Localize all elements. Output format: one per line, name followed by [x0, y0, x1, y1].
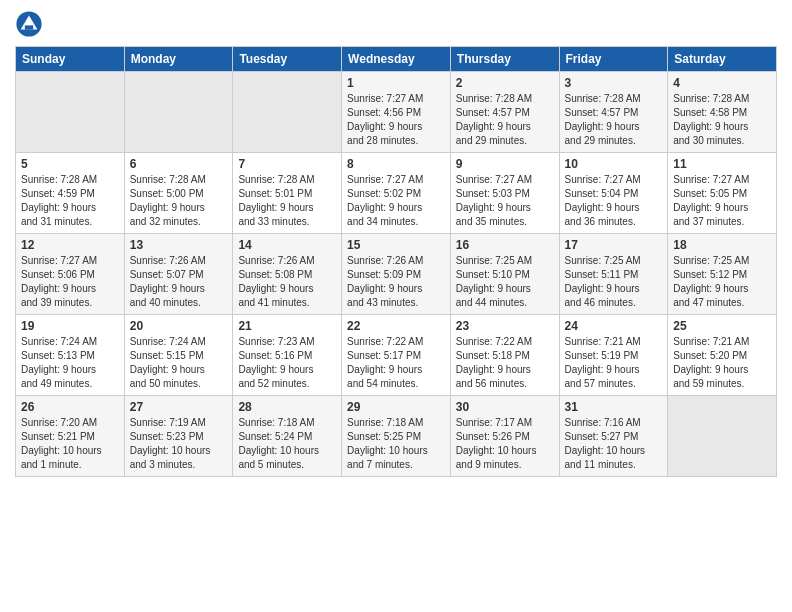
day-info: Sunrise: 7:27 AM Sunset: 5:05 PM Dayligh… [673, 173, 771, 229]
day-number: 20 [130, 319, 228, 333]
logo [15, 10, 47, 38]
day-number: 22 [347, 319, 445, 333]
calendar-cell: 5Sunrise: 7:28 AM Sunset: 4:59 PM Daylig… [16, 153, 125, 234]
calendar-cell: 27Sunrise: 7:19 AM Sunset: 5:23 PM Dayli… [124, 396, 233, 477]
calendar-cell: 1Sunrise: 7:27 AM Sunset: 4:56 PM Daylig… [342, 72, 451, 153]
calendar-cell: 9Sunrise: 7:27 AM Sunset: 5:03 PM Daylig… [450, 153, 559, 234]
day-info: Sunrise: 7:24 AM Sunset: 5:13 PM Dayligh… [21, 335, 119, 391]
calendar-header-row: SundayMondayTuesdayWednesdayThursdayFrid… [16, 47, 777, 72]
day-header-thursday: Thursday [450, 47, 559, 72]
day-info: Sunrise: 7:21 AM Sunset: 5:19 PM Dayligh… [565, 335, 663, 391]
calendar-table: SundayMondayTuesdayWednesdayThursdayFrid… [15, 46, 777, 477]
day-number: 21 [238, 319, 336, 333]
calendar-cell: 19Sunrise: 7:24 AM Sunset: 5:13 PM Dayli… [16, 315, 125, 396]
day-number: 11 [673, 157, 771, 171]
calendar-cell: 2Sunrise: 7:28 AM Sunset: 4:57 PM Daylig… [450, 72, 559, 153]
day-number: 28 [238, 400, 336, 414]
day-info: Sunrise: 7:28 AM Sunset: 4:57 PM Dayligh… [456, 92, 554, 148]
calendar-week-5: 26Sunrise: 7:20 AM Sunset: 5:21 PM Dayli… [16, 396, 777, 477]
day-info: Sunrise: 7:27 AM Sunset: 5:02 PM Dayligh… [347, 173, 445, 229]
calendar-cell [16, 72, 125, 153]
calendar-cell [233, 72, 342, 153]
day-info: Sunrise: 7:26 AM Sunset: 5:07 PM Dayligh… [130, 254, 228, 310]
calendar-cell: 31Sunrise: 7:16 AM Sunset: 5:27 PM Dayli… [559, 396, 668, 477]
calendar-cell: 3Sunrise: 7:28 AM Sunset: 4:57 PM Daylig… [559, 72, 668, 153]
day-number: 10 [565, 157, 663, 171]
calendar-cell: 4Sunrise: 7:28 AM Sunset: 4:58 PM Daylig… [668, 72, 777, 153]
day-number: 26 [21, 400, 119, 414]
calendar-cell: 10Sunrise: 7:27 AM Sunset: 5:04 PM Dayli… [559, 153, 668, 234]
calendar-cell: 20Sunrise: 7:24 AM Sunset: 5:15 PM Dayli… [124, 315, 233, 396]
day-info: Sunrise: 7:27 AM Sunset: 5:03 PM Dayligh… [456, 173, 554, 229]
day-number: 27 [130, 400, 228, 414]
day-header-friday: Friday [559, 47, 668, 72]
day-info: Sunrise: 7:28 AM Sunset: 4:59 PM Dayligh… [21, 173, 119, 229]
day-number: 29 [347, 400, 445, 414]
day-info: Sunrise: 7:17 AM Sunset: 5:26 PM Dayligh… [456, 416, 554, 472]
svg-rect-2 [25, 25, 33, 29]
calendar-cell: 11Sunrise: 7:27 AM Sunset: 5:05 PM Dayli… [668, 153, 777, 234]
day-info: Sunrise: 7:20 AM Sunset: 5:21 PM Dayligh… [21, 416, 119, 472]
day-info: Sunrise: 7:27 AM Sunset: 5:04 PM Dayligh… [565, 173, 663, 229]
day-number: 25 [673, 319, 771, 333]
day-info: Sunrise: 7:22 AM Sunset: 5:18 PM Dayligh… [456, 335, 554, 391]
calendar-cell: 8Sunrise: 7:27 AM Sunset: 5:02 PM Daylig… [342, 153, 451, 234]
day-number: 5 [21, 157, 119, 171]
page-container: SundayMondayTuesdayWednesdayThursdayFrid… [0, 0, 792, 612]
day-info: Sunrise: 7:19 AM Sunset: 5:23 PM Dayligh… [130, 416, 228, 472]
calendar-week-4: 19Sunrise: 7:24 AM Sunset: 5:13 PM Dayli… [16, 315, 777, 396]
day-info: Sunrise: 7:28 AM Sunset: 4:58 PM Dayligh… [673, 92, 771, 148]
calendar-cell: 17Sunrise: 7:25 AM Sunset: 5:11 PM Dayli… [559, 234, 668, 315]
calendar-cell: 29Sunrise: 7:18 AM Sunset: 5:25 PM Dayli… [342, 396, 451, 477]
day-info: Sunrise: 7:25 AM Sunset: 5:11 PM Dayligh… [565, 254, 663, 310]
day-number: 2 [456, 76, 554, 90]
calendar-cell: 25Sunrise: 7:21 AM Sunset: 5:20 PM Dayli… [668, 315, 777, 396]
calendar-cell: 30Sunrise: 7:17 AM Sunset: 5:26 PM Dayli… [450, 396, 559, 477]
day-info: Sunrise: 7:16 AM Sunset: 5:27 PM Dayligh… [565, 416, 663, 472]
calendar-cell: 28Sunrise: 7:18 AM Sunset: 5:24 PM Dayli… [233, 396, 342, 477]
calendar-cell [668, 396, 777, 477]
day-info: Sunrise: 7:28 AM Sunset: 4:57 PM Dayligh… [565, 92, 663, 148]
day-number: 16 [456, 238, 554, 252]
day-info: Sunrise: 7:27 AM Sunset: 5:06 PM Dayligh… [21, 254, 119, 310]
calendar-cell: 13Sunrise: 7:26 AM Sunset: 5:07 PM Dayli… [124, 234, 233, 315]
calendar-cell: 6Sunrise: 7:28 AM Sunset: 5:00 PM Daylig… [124, 153, 233, 234]
day-header-sunday: Sunday [16, 47, 125, 72]
calendar-week-2: 5Sunrise: 7:28 AM Sunset: 4:59 PM Daylig… [16, 153, 777, 234]
day-info: Sunrise: 7:18 AM Sunset: 5:24 PM Dayligh… [238, 416, 336, 472]
day-number: 1 [347, 76, 445, 90]
day-info: Sunrise: 7:21 AM Sunset: 5:20 PM Dayligh… [673, 335, 771, 391]
day-info: Sunrise: 7:26 AM Sunset: 5:09 PM Dayligh… [347, 254, 445, 310]
day-info: Sunrise: 7:25 AM Sunset: 5:10 PM Dayligh… [456, 254, 554, 310]
calendar-week-1: 1Sunrise: 7:27 AM Sunset: 4:56 PM Daylig… [16, 72, 777, 153]
day-number: 17 [565, 238, 663, 252]
day-number: 4 [673, 76, 771, 90]
day-info: Sunrise: 7:23 AM Sunset: 5:16 PM Dayligh… [238, 335, 336, 391]
day-info: Sunrise: 7:26 AM Sunset: 5:08 PM Dayligh… [238, 254, 336, 310]
calendar-week-3: 12Sunrise: 7:27 AM Sunset: 5:06 PM Dayli… [16, 234, 777, 315]
day-number: 24 [565, 319, 663, 333]
day-info: Sunrise: 7:25 AM Sunset: 5:12 PM Dayligh… [673, 254, 771, 310]
day-info: Sunrise: 7:28 AM Sunset: 5:00 PM Dayligh… [130, 173, 228, 229]
day-info: Sunrise: 7:22 AM Sunset: 5:17 PM Dayligh… [347, 335, 445, 391]
day-number: 15 [347, 238, 445, 252]
calendar-cell: 14Sunrise: 7:26 AM Sunset: 5:08 PM Dayli… [233, 234, 342, 315]
day-header-monday: Monday [124, 47, 233, 72]
calendar-cell [124, 72, 233, 153]
calendar-cell: 7Sunrise: 7:28 AM Sunset: 5:01 PM Daylig… [233, 153, 342, 234]
day-number: 13 [130, 238, 228, 252]
day-info: Sunrise: 7:18 AM Sunset: 5:25 PM Dayligh… [347, 416, 445, 472]
calendar-cell: 21Sunrise: 7:23 AM Sunset: 5:16 PM Dayli… [233, 315, 342, 396]
calendar-cell: 26Sunrise: 7:20 AM Sunset: 5:21 PM Dayli… [16, 396, 125, 477]
day-header-wednesday: Wednesday [342, 47, 451, 72]
day-number: 14 [238, 238, 336, 252]
day-number: 8 [347, 157, 445, 171]
day-number: 30 [456, 400, 554, 414]
calendar-cell: 22Sunrise: 7:22 AM Sunset: 5:17 PM Dayli… [342, 315, 451, 396]
calendar-cell: 24Sunrise: 7:21 AM Sunset: 5:19 PM Dayli… [559, 315, 668, 396]
calendar-cell: 18Sunrise: 7:25 AM Sunset: 5:12 PM Dayli… [668, 234, 777, 315]
calendar-cell: 16Sunrise: 7:25 AM Sunset: 5:10 PM Dayli… [450, 234, 559, 315]
calendar-cell: 12Sunrise: 7:27 AM Sunset: 5:06 PM Dayli… [16, 234, 125, 315]
day-header-tuesday: Tuesday [233, 47, 342, 72]
day-number: 19 [21, 319, 119, 333]
